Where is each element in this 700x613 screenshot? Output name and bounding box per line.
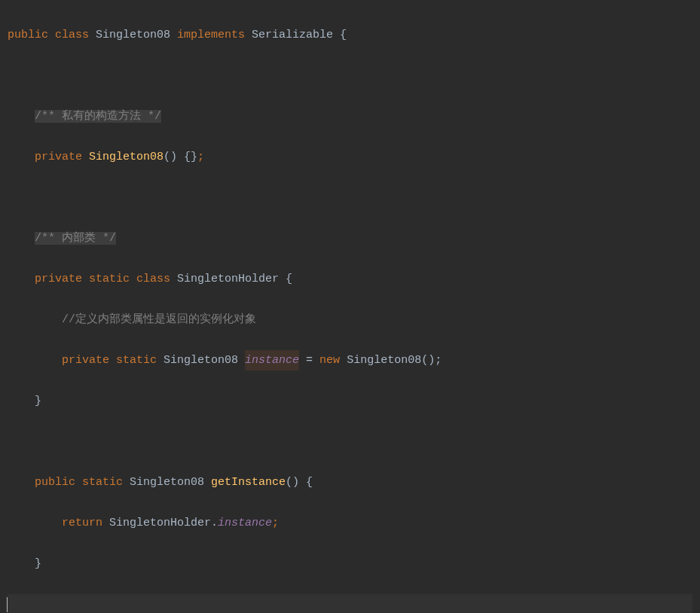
keyword: public static [35, 472, 123, 493]
comment-highlight: /** 内部类 */ [35, 232, 116, 245]
code-text [82, 147, 89, 167]
javadoc-comment: /** 私有的构造方法 */ [8, 106, 161, 127]
keyword: private static class [35, 269, 170, 289]
code-text: Serializable { [245, 25, 347, 45]
code-text [8, 350, 62, 371]
code-text [8, 269, 35, 289]
constructor-name: Singleton08 [89, 147, 164, 167]
code-text: = [299, 350, 319, 371]
line-comment: //定义内部类属性是返回的实例化对象 [8, 310, 256, 330]
javadoc-comment: /** 内部类 */ [8, 228, 116, 249]
code-line[interactable] [8, 66, 692, 86]
code-line[interactable]: /** 内部类 */ [8, 228, 692, 249]
code-text: Singleton08 [123, 472, 211, 493]
code-text: Singleton08 [89, 25, 177, 45]
code-line[interactable]: public static Singleton08 getInstance() … [8, 472, 692, 493]
code-text: SingletonHolder { [170, 269, 292, 289]
code-line[interactable]: private static Singleton08 instance = ne… [8, 350, 692, 371]
code-text: () { [286, 472, 313, 493]
code-text: () {} [164, 147, 197, 167]
keyword: implements [177, 25, 245, 45]
code-line[interactable]: /** 私有的构造方法 */ [8, 106, 692, 127]
cursor-caret [7, 597, 8, 612]
code-line[interactable]: private static class SingletonHolder { [8, 269, 692, 289]
field-highlight: instance [245, 350, 299, 371]
keyword: private [35, 147, 82, 167]
code-line[interactable] [8, 188, 692, 208]
code-line[interactable]: } [8, 554, 692, 574]
code-line-current[interactable] [8, 594, 692, 613]
code-editor[interactable]: public class Singleton08 implements Seri… [0, 0, 700, 613]
keyword: return [62, 513, 102, 533]
code-text: Singleton08(); [340, 350, 442, 371]
code-text [8, 472, 35, 493]
code-text: } [8, 391, 41, 411]
keyword: private static [62, 350, 157, 371]
keyword: new [319, 350, 340, 371]
semicolon: ; [272, 513, 279, 533]
keyword: public class [8, 25, 89, 45]
code-text: Singleton08 [157, 350, 245, 371]
code-line[interactable]: //定义内部类属性是返回的实例化对象 [8, 310, 692, 330]
code-text: SingletonHolder. [102, 513, 218, 533]
code-line[interactable] [8, 432, 692, 452]
code-text [8, 513, 62, 533]
code-line[interactable]: public class Singleton08 implements Seri… [8, 25, 692, 45]
code-text: } [8, 554, 41, 574]
code-text [8, 147, 35, 167]
comment-highlight: /** 私有的构造方法 */ [35, 110, 161, 123]
method-name: getInstance [211, 472, 286, 493]
code-line[interactable]: } [8, 391, 692, 411]
code-line[interactable]: private Singleton08() {}; [8, 147, 692, 167]
static-field: instance [218, 513, 272, 533]
code-line[interactable]: return SingletonHolder.instance; [8, 513, 692, 533]
semicolon: ; [197, 147, 204, 167]
